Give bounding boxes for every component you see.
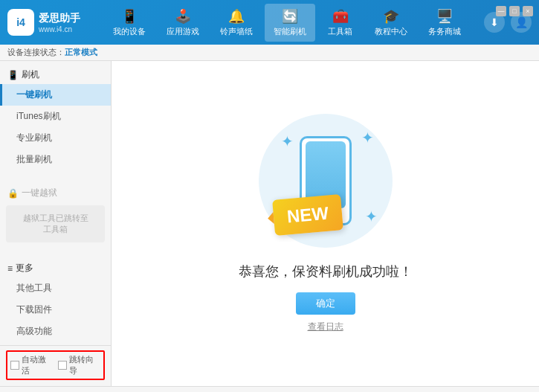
jailbreak-disabled-text: 越狱工具已跳转至 工具箱	[12, 210, 99, 238]
service-icon: 🖥️	[436, 8, 453, 25]
win-controls: — □ ×	[496, 6, 533, 16]
advanced-label: 高级功能	[16, 326, 52, 336]
nav-tutorial-label: 教程中心	[375, 26, 407, 37]
flash-section-icon: 📱	[7, 70, 19, 80]
pro-flash-label: 专业刷机	[16, 132, 52, 143]
nav-smart-flash-label: 智能刷机	[274, 26, 306, 37]
nav-my-device[interactable]: 📱 我的设备	[104, 4, 155, 42]
app-header: i4 爱思助手 www.i4.cn 📱 我的设备 🕹️ 应用游戏 🔔 铃声墙纸 …	[0, 0, 539, 45]
status-label: 设备连接状态：	[7, 47, 65, 58]
status-bar: 设备连接状态： 正常模式	[0, 45, 539, 61]
nav-app-game-label: 应用游戏	[167, 26, 199, 37]
sparkle-top-left-icon: ✦	[281, 132, 294, 150]
status-mode: 正常模式	[65, 47, 97, 58]
auto-activate-row: 自动激活 跳转向导	[6, 350, 105, 380]
other-tools-label: 其他工具	[16, 283, 52, 293]
flash-section-label: 刷机	[22, 68, 39, 81]
nav-tutorial[interactable]: 🎓 教程中心	[366, 4, 416, 42]
download-firmware-label: 下载固件	[16, 304, 52, 315]
sidebar-item-pro-flash[interactable]: 专业刷机	[0, 127, 111, 149]
logo-url: www.i4.cn	[39, 25, 80, 33]
sidebar-flash-header: 📱 刷机	[0, 64, 111, 84]
win-maximize-btn[interactable]: □	[509, 6, 520, 16]
more-section-icon: ≡	[7, 263, 13, 274]
nav-bar: 📱 我的设备 🕹️ 应用游戏 🔔 铃声墙纸 🔄 智能刷机 🧰 工具箱 🎓	[89, 4, 484, 42]
ringtone-icon: 🔔	[228, 8, 245, 25]
tutorial-icon: 🎓	[383, 8, 399, 25]
logo-icon-text: i4	[16, 16, 25, 28]
nav-my-device-label: 我的设备	[113, 26, 146, 37]
win-minimize-btn[interactable]: —	[496, 6, 506, 16]
main-content: ✦ ✦ ✦ NEW 恭喜您，保资料刷机成功啦！ 确定 查看日志	[112, 61, 539, 386]
smart-flash-icon: 🔄	[282, 8, 298, 25]
success-message: 恭喜您，保资料刷机成功啦！	[239, 263, 413, 280]
more-section-label: 更多	[16, 262, 33, 274]
nav-app-game[interactable]: 🕹️ 应用游戏	[158, 4, 208, 42]
sidebar-flash-section: 📱 刷机 一键刷机 iTunes刷机 专业刷机 批量刷机	[0, 61, 111, 173]
confirm-button[interactable]: 确定	[296, 292, 355, 315]
nav-ringtone-label: 铃声墙纸	[220, 26, 253, 37]
jailbreak-section-label: 一键越狱	[22, 187, 57, 199]
logo-icon: i4	[7, 9, 34, 36]
batch-flash-label: 批量刷机	[16, 154, 52, 164]
guide-checkbox-label[interactable]: 跳转向导	[58, 354, 101, 376]
nav-toolbox[interactable]: 🧰 工具箱	[318, 4, 363, 42]
guide-checkbox[interactable]	[58, 361, 67, 370]
sidebar-more-header: ≡ 更多	[0, 257, 111, 277]
jailbreak-disabled-box: 越狱工具已跳转至 工具箱	[6, 205, 105, 242]
logo-area: i4 爱思助手 www.i4.cn	[7, 9, 89, 36]
device-panel: 自动激活 跳转向导 📱 iPhone 15 Pro Max 512GB iPho…	[0, 345, 111, 386]
auto-activate-checkbox-label[interactable]: 自动激活	[10, 354, 54, 376]
new-badge: NEW	[272, 194, 343, 236]
bottom-bar: 阻止iTunes运行 V7.98.66 客服 微信公众号 检查更新	[0, 386, 539, 392]
sidebar-item-itunes-flash[interactable]: iTunes刷机	[0, 106, 111, 127]
sparkle-top-right-icon: ✦	[361, 129, 374, 147]
sidebar-jailbreak-section: 🔒 一键越狱 越狱工具已跳转至 工具箱	[0, 179, 111, 248]
sidebar-item-advanced[interactable]: 高级功能	[0, 321, 111, 342]
logo-text: 爱思助手 www.i4.cn	[39, 12, 80, 33]
auto-activate-label: 自动激活	[22, 354, 54, 376]
app-game-icon: 🕹️	[175, 8, 191, 25]
nav-smart-flash[interactable]: 🔄 智能刷机	[265, 4, 315, 42]
sidebar-item-other-tools[interactable]: 其他工具	[0, 277, 111, 299]
nav-service[interactable]: 🖥️ 务务商城	[419, 4, 470, 42]
view-log-link[interactable]: 查看日志	[308, 321, 343, 333]
auto-activate-checkbox[interactable]	[10, 361, 19, 370]
toolbox-icon: 🧰	[332, 8, 349, 25]
sidebar: 📱 刷机 一键刷机 iTunes刷机 专业刷机 批量刷机	[0, 61, 112, 386]
logo-title: 爱思助手	[39, 12, 80, 25]
success-illustration: ✦ ✦ ✦ NEW	[259, 114, 393, 248]
main-layout: 📱 刷机 一键刷机 iTunes刷机 专业刷机 批量刷机	[0, 61, 539, 386]
guide-label: 跳转向导	[69, 354, 101, 376]
win-close-btn[interactable]: ×	[523, 6, 533, 16]
nav-toolbox-label: 工具箱	[328, 26, 352, 37]
device-info: 📱 iPhone 15 Pro Max 512GB iPhone	[6, 385, 105, 386]
sparkle-bottom-right-icon: ✦	[365, 208, 378, 225]
jailbreak-lock-icon: 🔒	[7, 188, 19, 199]
sidebar-item-download-firmware[interactable]: 下载固件	[0, 299, 111, 321]
sidebar-more-section: ≡ 更多 其他工具 下载固件 高级功能	[0, 254, 111, 345]
sidebar-item-one-click-flash[interactable]: 一键刷机	[0, 84, 111, 106]
my-device-icon: 📱	[121, 8, 138, 25]
phone-circle: ✦ ✦ ✦ NEW	[259, 114, 393, 248]
one-click-flash-label: 一键刷机	[16, 89, 52, 100]
nav-ringtone[interactable]: 🔔 铃声墙纸	[211, 4, 262, 42]
itunes-flash-label: iTunes刷机	[16, 111, 61, 121]
nav-service-label: 务务商城	[428, 26, 461, 37]
sidebar-jailbreak-header: 🔒 一键越狱	[0, 182, 111, 202]
sidebar-item-batch-flash[interactable]: 批量刷机	[0, 149, 111, 170]
